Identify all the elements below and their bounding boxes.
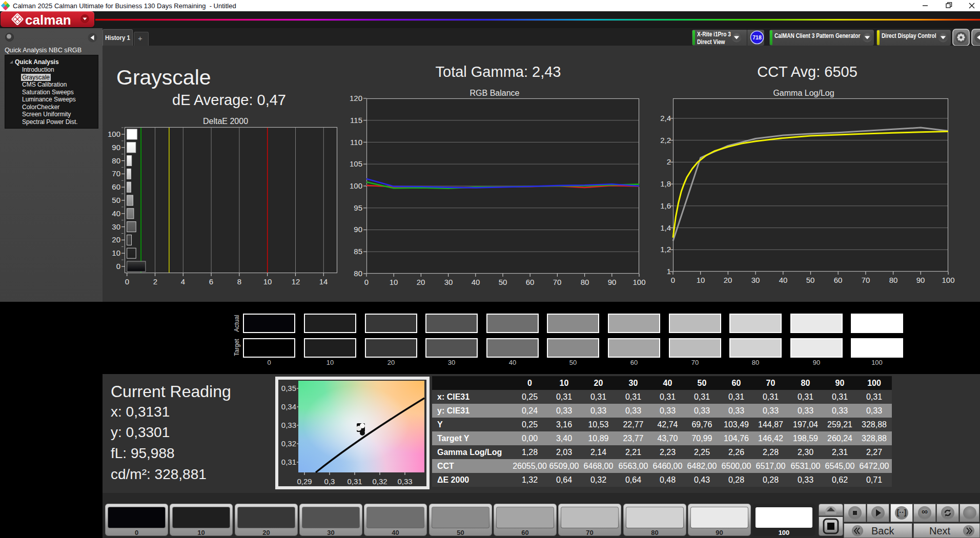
svg-text:0,31: 0,31	[347, 477, 362, 486]
svg-text:0,33: 0,33	[281, 421, 296, 429]
svg-text:0,33: 0,33	[397, 477, 412, 486]
svg-text:718: 718	[752, 34, 762, 40]
svg-text:0,34: 0,34	[281, 402, 296, 411]
svg-text:0,35: 0,35	[281, 384, 296, 392]
svg-text:0,31: 0,31	[281, 458, 296, 466]
svg-text:0,32: 0,32	[372, 477, 387, 486]
svg-text:0,3: 0,3	[324, 477, 335, 486]
svg-text:0,32: 0,32	[281, 439, 296, 448]
svg-text:0,29: 0,29	[297, 477, 312, 486]
